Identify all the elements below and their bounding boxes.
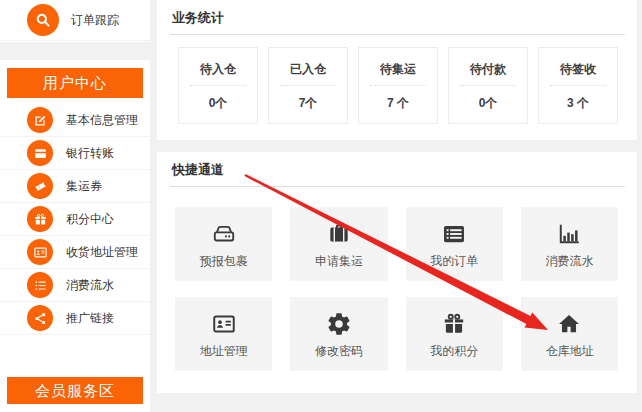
bar-chart-icon <box>556 219 582 249</box>
business-stats-panel: 业务统计 待入仓 0个 已入仓 7个 待集运 7 个 待付款 0个 待签收 3 … <box>157 0 637 140</box>
quick-label: 预报包裹 <box>200 253 248 270</box>
sidebar-main-block: 用户中心 基本信息管理 银行转账 集运券 积分中心 收货地址管理 消费流水 推广… <box>0 60 150 412</box>
quick-label: 修改密码 <box>315 343 363 360</box>
stat-label: 待集运 <box>359 61 437 78</box>
ticket-icon <box>27 173 53 199</box>
order-list-icon <box>441 219 467 249</box>
address-card-icon <box>211 309 237 339</box>
home-icon <box>556 309 582 339</box>
search-icon <box>27 4 59 36</box>
quick-box-warehouse-address[interactable]: 仓库地址 <box>521 297 618 371</box>
quick-box-forecast-package[interactable]: 预报包裹 <box>175 207 272 281</box>
divider <box>370 85 426 86</box>
stat-label: 待入仓 <box>179 61 257 78</box>
quick-box-change-password[interactable]: 修改密码 <box>290 297 387 371</box>
quick-box-apply-consolidation[interactable]: 申请集运 <box>290 207 387 281</box>
sidebar-item-order-tracking[interactable]: 订单跟踪 <box>0 0 150 41</box>
edit-icon <box>27 107 53 133</box>
stat-value: 0个 <box>449 95 527 112</box>
sidebar-item-promo-link[interactable]: 推广链接 <box>0 302 150 335</box>
stat-box-inbound-done: 已入仓 7个 <box>268 47 348 124</box>
sidebar-item-bank-transfer[interactable]: 银行转账 <box>0 137 150 170</box>
business-stats-title: 业务统计 <box>157 0 637 27</box>
credit-card-icon <box>27 140 53 166</box>
stat-box-pending-payment: 待付款 0个 <box>448 47 528 124</box>
hdd-icon <box>211 219 237 249</box>
quick-box-my-points[interactable]: 我的积分 <box>406 297 503 371</box>
divider <box>550 85 606 86</box>
quick-box-address-management[interactable]: 地址管理 <box>175 297 272 371</box>
sidebar-item-label: 积分中心 <box>66 211 114 228</box>
member-service-bar[interactable]: 会员服务区 <box>7 377 143 404</box>
stat-box-pending-inbound: 待入仓 0个 <box>178 47 258 124</box>
sidebar-item-points-center[interactable]: 积分中心 <box>0 203 150 236</box>
quick-label: 申请集运 <box>315 253 363 270</box>
divider <box>190 85 246 86</box>
sidebar-item-delivery-address[interactable]: 收货地址管理 <box>0 236 150 269</box>
quick-box-my-orders[interactable]: 我的订单 <box>406 207 503 281</box>
quick-label: 我的积分 <box>430 343 478 360</box>
stat-label: 已入仓 <box>269 61 347 78</box>
quick-label: 我的订单 <box>430 253 478 270</box>
id-card-icon <box>27 239 53 265</box>
stat-label: 待签收 <box>539 61 617 78</box>
stat-value: 7个 <box>269 95 347 112</box>
sidebar-top-block: 订单跟踪 <box>0 0 150 42</box>
quick-label: 仓库地址 <box>545 343 593 360</box>
quick-grid: 预报包裹 申请集运 我的订单 消费流水 地址管理 修改密码 我的积分 仓库地址 <box>175 207 618 371</box>
quick-box-spending-records[interactable]: 消费流水 <box>521 207 618 281</box>
sidebar-item-label: 收货地址管理 <box>66 244 138 261</box>
list-icon <box>27 272 53 298</box>
stat-value: 0个 <box>179 95 257 112</box>
sidebar-item-label: 银行转账 <box>66 145 114 162</box>
sidebar-item-coupon[interactable]: 集运券 <box>0 170 150 203</box>
gift-icon <box>27 206 53 232</box>
stat-box-pending-signoff: 待签收 3 个 <box>538 47 618 124</box>
sidebar-item-label: 推广链接 <box>66 310 114 327</box>
quick-label: 消费流水 <box>545 253 593 270</box>
quick-channels-title: 快捷通道 <box>157 152 637 179</box>
divider <box>170 186 625 187</box>
gift-box-icon <box>441 309 467 339</box>
stat-box-pending-consolidation: 待集运 7 个 <box>358 47 438 124</box>
sidebar-item-label: 集运券 <box>66 178 102 195</box>
quick-label: 地址管理 <box>200 343 248 360</box>
sidebar-item-label: 消费流水 <box>66 277 114 294</box>
gear-icon <box>326 309 352 339</box>
quick-channels-panel: 快捷通道 预报包裹 申请集运 我的订单 消费流水 地址管理 修改密码 我的积 <box>157 152 637 393</box>
divider <box>170 34 625 35</box>
briefcase-icon <box>326 219 352 249</box>
user-center-button[interactable]: 用户中心 <box>7 68 143 98</box>
divider <box>280 85 336 86</box>
stat-value: 7 个 <box>359 95 437 112</box>
share-icon <box>27 305 53 331</box>
sidebar-item-label: 基本信息管理 <box>66 112 138 129</box>
stat-value: 3 个 <box>539 95 617 112</box>
stat-label: 待付款 <box>449 61 527 78</box>
sidebar-item-spending-records[interactable]: 消费流水 <box>0 269 150 302</box>
sidebar-item-basic-info[interactable]: 基本信息管理 <box>0 104 150 137</box>
stats-row: 待入仓 0个 已入仓 7个 待集运 7 个 待付款 0个 待签收 3 个 <box>178 47 618 124</box>
divider <box>460 85 516 86</box>
sidebar-item-label: 订单跟踪 <box>71 12 119 29</box>
